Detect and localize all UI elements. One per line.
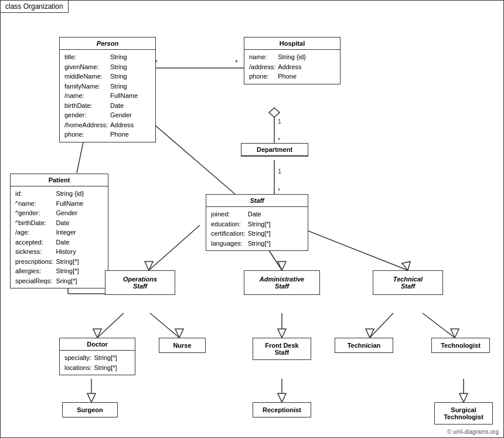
svg-marker-37 xyxy=(278,393,286,402)
person-title: Person xyxy=(60,38,155,50)
department-title: Department xyxy=(241,144,308,156)
surgical-technologist-class: SurgicalTechnologist xyxy=(434,402,493,425)
svg-marker-25 xyxy=(93,329,101,338)
svg-marker-35 xyxy=(87,393,96,402)
staff-class: Staff joined:Date education:String[*] ce… xyxy=(206,194,308,251)
svg-marker-31 xyxy=(366,329,374,338)
technical-staff-class: TechnicalStaff xyxy=(373,270,443,295)
doctor-attrs: specialty:String[*] locations:String[*] xyxy=(60,351,135,375)
nurse-title: Nurse xyxy=(173,342,191,349)
surgeon-title: Surgeon xyxy=(77,406,103,413)
surgical-technologist-title: SurgicalTechnologist xyxy=(440,406,488,420)
svg-marker-29 xyxy=(278,329,286,338)
svg-marker-23 xyxy=(402,262,410,270)
technologist-class: Technologist xyxy=(431,338,490,353)
technologist-title: Technologist xyxy=(441,342,481,349)
technician-class: Technician xyxy=(335,338,393,353)
operations-staff-class: OperationsStaff xyxy=(105,270,175,295)
hospital-class: Hospital name:String {id} /address:Addre… xyxy=(244,37,340,84)
patient-title: Patient xyxy=(11,174,108,186)
svg-text:*: * xyxy=(278,187,281,194)
svg-line-26 xyxy=(150,313,179,338)
front-desk-staff-title: Front DeskStaff xyxy=(258,342,306,356)
copyright: © uml-diagrams.org xyxy=(447,429,499,435)
receptionist-class: Receptionist xyxy=(253,402,311,417)
person-class: Person title:String givenName:String mid… xyxy=(59,37,156,142)
hospital-title: Hospital xyxy=(244,38,340,50)
svg-marker-27 xyxy=(175,329,183,338)
svg-line-22 xyxy=(294,225,408,270)
technician-title: Technician xyxy=(348,342,381,349)
svg-line-30 xyxy=(370,313,393,338)
svg-marker-39 xyxy=(459,393,468,402)
svg-marker-19 xyxy=(145,262,153,270)
front-desk-staff-class: Front DeskStaff xyxy=(253,338,311,360)
operations-staff-title: OperationsStaff xyxy=(109,276,171,290)
department-class: Department xyxy=(241,143,308,157)
doctor-title: Doctor xyxy=(60,338,135,351)
svg-text:*: * xyxy=(235,59,238,67)
svg-marker-21 xyxy=(278,262,286,270)
svg-line-24 xyxy=(97,313,124,338)
administrative-staff-title: AdministrativeStaff xyxy=(248,276,316,290)
staff-attrs: joined:Date education:String[*] certific… xyxy=(206,207,308,250)
diagram-label: class Organization xyxy=(1,1,69,13)
administrative-staff-class: AdministrativeStaff xyxy=(244,270,320,295)
doctor-class: Doctor specialty:String[*] locations:Str… xyxy=(59,338,135,375)
svg-text:1: 1 xyxy=(278,118,281,125)
svg-line-18 xyxy=(149,225,200,270)
receptionist-title: Receptionist xyxy=(263,406,301,413)
technical-staff-title: TechnicalStaff xyxy=(377,276,439,290)
hospital-attrs: name:String {id} /address:Address phone:… xyxy=(244,50,340,84)
patient-attrs: id:String {id} ^name:FullName ^gender:Ge… xyxy=(11,186,108,288)
staff-title: Staff xyxy=(206,195,308,207)
person-attrs: title:String givenName:String middleName… xyxy=(60,50,155,142)
surgeon-class: Surgeon xyxy=(62,402,118,417)
nurse-class: Nurse xyxy=(159,338,206,353)
diagram-container: class Organization * * 1 * 1 * * * xyxy=(0,0,504,438)
svg-marker-33 xyxy=(451,329,459,338)
svg-text:1: 1 xyxy=(278,168,281,175)
svg-marker-3 xyxy=(269,108,280,117)
svg-line-32 xyxy=(423,313,455,338)
patient-class: Patient id:String {id} ^name:FullName ^g… xyxy=(10,174,108,288)
